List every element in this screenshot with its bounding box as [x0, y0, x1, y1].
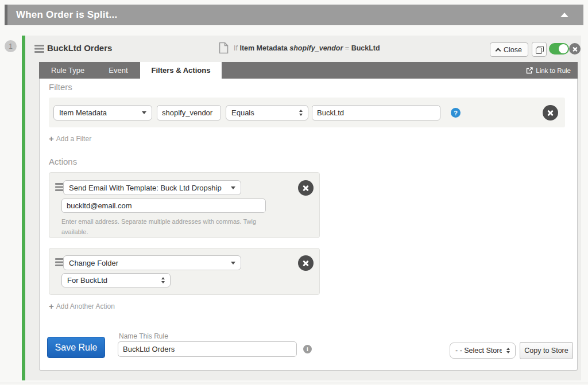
add-filter-label: Add a Filter [56, 135, 91, 143]
store-select[interactable]: - - Select Store - - [450, 343, 516, 359]
caret-down-icon [231, 262, 235, 265]
email-help-text: Enter email address. Separate multiple a… [61, 216, 273, 237]
rule-card-header: BuckLtd Orders If Item Metadata shopify_… [25, 36, 581, 62]
section-title: When Order is Split... [16, 9, 117, 21]
tab-event[interactable]: Event [96, 62, 140, 79]
external-link-icon [526, 67, 533, 74]
condition-operator: = [345, 44, 349, 52]
toggle-knob [559, 44, 568, 53]
filter-field-value: Item Metadata [59, 108, 107, 117]
action-type-value: Send Email With Template: Buck Ltd Drops… [69, 184, 222, 192]
filter-key-input[interactable] [157, 105, 221, 120]
condition-key: shopify_vendor [289, 44, 343, 52]
folder-select-value: For BuckLtd [67, 276, 107, 285]
save-rule-button[interactable]: Save Rule [47, 337, 105, 358]
condition-field: Item Metadata [239, 44, 287, 52]
duplicate-rule-button[interactable] [532, 42, 547, 57]
filter-field-select[interactable]: Item Metadata [53, 105, 152, 120]
collapse-icon[interactable] [560, 13, 568, 17]
remove-filter-button[interactable] [543, 105, 558, 120]
question-icon[interactable]: ? [451, 108, 461, 118]
link-to-rule-button[interactable]: Link to Rule [526, 62, 578, 79]
remove-action-button[interactable] [298, 180, 314, 196]
close-icon [572, 46, 578, 52]
rule-name-input[interactable] [118, 341, 297, 357]
tab-rule-type[interactable]: Rule Type [39, 62, 96, 79]
filter-row: Item Metadata Equals ? [49, 98, 565, 127]
filter-value-input[interactable] [312, 105, 440, 120]
plus-icon: + [49, 135, 54, 142]
tab-filters-actions[interactable]: Filters & Actions [140, 62, 222, 79]
rule-drag-handle[interactable] [34, 44, 47, 55]
add-action-button[interactable]: + Add Another Action [49, 302, 115, 310]
condition-if: If [234, 44, 238, 52]
action-email-input[interactable] [61, 199, 266, 213]
action-type-value: Change Folder [69, 259, 118, 267]
section-header[interactable]: When Order is Split... [5, 5, 583, 25]
rule-card: BuckLtd Orders If Item Metadata shopify_… [22, 36, 581, 380]
link-to-rule-label: Link to Rule [536, 67, 571, 74]
updown-arrows-icon [161, 277, 165, 283]
remove-rule-button[interactable] [569, 43, 581, 55]
close-icon [302, 184, 310, 192]
rule-index-badge: 1 [5, 40, 17, 52]
condition-value: BuckLtd [351, 44, 380, 52]
folder-select[interactable]: For BuckLtd [61, 273, 171, 287]
filters-actions-panel: Filters Item Metadata Equals ? + Add a F… [39, 79, 578, 371]
updown-arrows-icon [506, 348, 510, 354]
actions-heading: Actions [49, 157, 77, 166]
remove-action-button[interactable] [298, 255, 314, 271]
caret-down-icon [231, 186, 235, 189]
page-divider [0, 383, 588, 383]
rule-condition-summary: If Item Metadata shopify_vendor = BuckLt… [234, 44, 380, 52]
filter-operator-value: Equals [231, 108, 254, 117]
info-icon[interactable]: i [303, 345, 312, 353]
document-icon [219, 42, 229, 54]
close-icon [547, 109, 554, 116]
rule-title: BuckLtd Orders [47, 43, 112, 53]
rule-tab-bar: Rule Type Event Filters & Actions Link t… [39, 62, 578, 79]
action-box-email: Send Email With Template: Buck Ltd Drops… [49, 172, 320, 238]
store-select-value: - - Select Store - - [455, 347, 502, 355]
updown-arrows-icon [299, 110, 303, 116]
action-type-select[interactable]: Send Email With Template: Buck Ltd Drops… [63, 180, 241, 195]
caret-down-icon [142, 111, 146, 114]
close-icon [302, 259, 310, 267]
duplicate-icon [536, 46, 543, 53]
rule-enabled-toggle[interactable] [549, 43, 569, 55]
action-box-folder: Change Folder For BuckLtd [49, 248, 320, 295]
tab-bar-spacer [222, 62, 526, 79]
name-rule-label: Name This Rule [119, 332, 168, 340]
filters-heading: Filters [49, 82, 72, 92]
close-rule-label: Close [504, 46, 522, 54]
chevron-up-icon [496, 48, 501, 53]
add-filter-button[interactable]: + Add a Filter [49, 135, 91, 143]
drag-handle-icon [34, 45, 44, 46]
plus-icon: + [49, 303, 54, 310]
filter-operator-select[interactable]: Equals [226, 105, 308, 120]
copy-to-store-button[interactable]: Copy to Store [520, 342, 573, 359]
close-rule-button[interactable]: Close [490, 42, 528, 57]
add-action-label: Add Another Action [56, 302, 115, 310]
action-type-select[interactable]: Change Folder [63, 255, 241, 270]
